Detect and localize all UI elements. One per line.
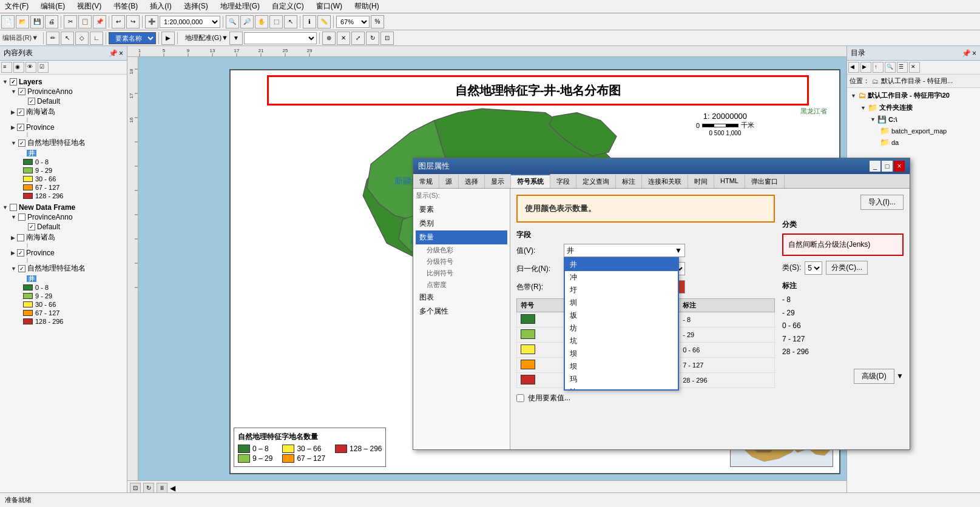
tab-symbology[interactable]: 符号系统 <box>511 174 550 188</box>
catalog-btn1[interactable]: ◀ <box>848 62 859 73</box>
tab-html[interactable]: HTML <box>714 174 745 188</box>
scale-select[interactable]: 1:20,000,000 <box>160 16 220 28</box>
tab-joins[interactable]: 连接和关联 <box>642 174 688 188</box>
map-page-btn[interactable]: ⊡ <box>130 483 141 494</box>
pencil-btn[interactable]: ✏ <box>46 32 59 45</box>
undo-btn[interactable]: ↩ <box>112 15 125 29</box>
ndf-cb-nanhai[interactable] <box>17 234 24 241</box>
layer-properties-dialog[interactable]: 图层属性 _ □ × 常规 源 选择 显示 符号系统 字段 定义查询 标注 连接… <box>413 158 910 450</box>
add-data-btn[interactable]: ➕ <box>145 15 158 29</box>
left-sub-proportional[interactable]: 比例符号 <box>416 267 507 279</box>
label-cell-1[interactable]: - 29 <box>679 327 775 343</box>
menu-file[interactable]: 文件(F) <box>2 1 31 12</box>
tab-popup[interactable]: 弹出窗口 <box>745 174 785 188</box>
layers-group-header[interactable]: ▼ Layers <box>1 77 126 87</box>
left-item-category[interactable]: 类别 <box>416 217 507 230</box>
tab-general[interactable]: 常规 <box>413 174 439 188</box>
geo-update-btn[interactable]: ↻ <box>366 32 379 45</box>
dialog-maximize-btn[interactable]: □ <box>882 161 893 172</box>
geo-link-btn[interactable]: ⊕ <box>322 32 336 45</box>
layer-default1[interactable]: Default <box>27 96 126 106</box>
map-refresh-btn[interactable]: ↻ <box>143 483 154 494</box>
identify-btn[interactable]: ℹ <box>303 15 316 29</box>
left-panel-pin[interactable]: 📌 <box>109 49 118 58</box>
left-sub-graduated-symbol[interactable]: 分级符号 <box>416 256 507 267</box>
redo-btn[interactable]: ↪ <box>126 15 140 29</box>
dropdown-item-keng[interactable]: 坑 <box>565 335 678 348</box>
import-btn[interactable]: 导入(I)... <box>860 195 904 210</box>
catalog-btn3[interactable]: ↑ <box>873 62 884 73</box>
dropdown-item-chong[interactable]: 冲 <box>565 271 678 284</box>
measure-btn[interactable]: 📏 <box>317 15 331 29</box>
list-by-draw-order[interactable]: ≡ <box>1 62 12 73</box>
new-btn[interactable]: 📄 <box>1 15 15 29</box>
ndf-nanhai[interactable]: ▶ 南海诸岛 <box>10 232 126 243</box>
open-btn[interactable]: 📂 <box>16 15 29 29</box>
cb-default1[interactable] <box>28 98 35 105</box>
ndf-cb-pa[interactable] <box>18 213 25 221</box>
dropdown-item-ma[interactable]: 玛 <box>565 373 678 386</box>
catalog-btn2[interactable]: ▶ <box>860 62 871 73</box>
catalog-btn5[interactable]: ☰ <box>897 62 908 73</box>
left-sub-graduated-color[interactable]: 分级色彩 <box>416 244 507 256</box>
menu-bookmark[interactable]: 书签(B) <box>111 1 140 12</box>
layer-ziran[interactable]: ▼ 自然地理特征地名 <box>10 137 126 149</box>
list-by-selection[interactable]: ☑ <box>38 62 49 73</box>
cb-ziran[interactable] <box>18 139 25 147</box>
left-item-feature[interactable]: 要素 <box>416 203 507 217</box>
print-btn[interactable]: 🖨 <box>45 15 58 29</box>
dropdown-item-bei[interactable]: 坝 <box>565 360 678 373</box>
menu-edit[interactable]: 编辑(E) <box>38 1 67 12</box>
menu-help[interactable]: 帮助(H) <box>352 1 382 12</box>
play-btn[interactable]: ▶ <box>161 32 175 45</box>
cut-btn[interactable]: ✂ <box>64 15 77 29</box>
geo-fit-btn[interactable]: ⤢ <box>351 32 365 45</box>
cat-workspace-header[interactable]: ▼ 🗂 默认工作目录 - 特征用字\20 <box>848 90 979 101</box>
select-btn[interactable]: ↖ <box>284 15 297 29</box>
cat-batch-export[interactable]: 📁 batch_export_map <box>877 125 979 136</box>
label-cell-0[interactable]: - 8 <box>679 312 775 327</box>
select-elem-btn[interactable]: ↖ <box>61 32 74 45</box>
geo-auto-btn[interactable]: ⊡ <box>380 32 394 45</box>
map-pause-btn[interactable]: ⏸ <box>157 483 167 494</box>
paste-btn[interactable]: 📌 <box>93 15 106 29</box>
label-cell-2[interactable]: 0 - 66 <box>679 343 775 358</box>
ndf-layer-pa[interactable]: ▼ ProvinceAnno <box>10 212 126 222</box>
ndf-cb-default[interactable] <box>28 223 35 230</box>
zoom-select[interactable]: 67% <box>336 16 370 28</box>
advanced-btn[interactable]: 高级(D) <box>854 369 894 384</box>
tab-selection[interactable]: 选择 <box>459 174 485 188</box>
label-cell-3[interactable]: 7 - 127 <box>679 358 775 373</box>
dropdown-item-jing[interactable]: 井 <box>565 258 678 271</box>
menu-customize[interactable]: 自定义(C) <box>269 1 306 12</box>
zoom-in-btn[interactable]: 🔍 <box>226 15 239 29</box>
right-panel-close[interactable]: × <box>972 49 976 58</box>
cb-pa[interactable] <box>18 88 25 95</box>
catalog-btn6[interactable]: ✕ <box>909 62 920 73</box>
tab-labels[interactable]: 标注 <box>616 174 642 188</box>
zoom-out-btn[interactable]: 🔎 <box>240 15 254 29</box>
classes-select[interactable]: 5 3 4 6 7 <box>805 261 822 275</box>
dropdown-item-ban[interactable]: 坂 <box>565 309 678 322</box>
new-data-frame-header[interactable]: ▼ New Data Frame <box>1 203 126 212</box>
dropdown-item-fang[interactable]: 坊 <box>565 322 678 335</box>
tab-source[interactable]: 源 <box>439 174 459 188</box>
layer-nanhai[interactable]: ▶ 南海诸岛 <box>10 106 126 118</box>
ndf-cb-ziran[interactable] <box>18 265 25 272</box>
dialog-minimize-btn[interactable]: _ <box>870 161 880 172</box>
node-btn[interactable]: ◇ <box>75 32 89 45</box>
cat-da[interactable]: 📁 da <box>877 136 979 148</box>
menu-window[interactable]: 窗口(W) <box>314 1 345 12</box>
dropdown-item-ba[interactable]: 坝 <box>565 348 678 360</box>
right-panel-pin[interactable]: 📌 <box>962 49 971 58</box>
list-by-source[interactable]: ◉ <box>13 62 24 73</box>
ndf-default[interactable]: Default <box>27 222 126 232</box>
tab-display[interactable]: 显示 <box>485 174 511 188</box>
dropdown-item-yu[interactable]: 圩 <box>565 284 678 297</box>
cb-ndf[interactable] <box>10 204 17 211</box>
full-extent-btn[interactable]: ⬚ <box>269 15 283 29</box>
left-panel-close[interactable]: × <box>119 49 123 58</box>
tab-fields[interactable]: 字段 <box>550 174 576 188</box>
geo-btn1[interactable]: ▼ <box>229 32 243 45</box>
layer-province-anno[interactable]: ▼ ProvinceAnno <box>10 87 126 96</box>
